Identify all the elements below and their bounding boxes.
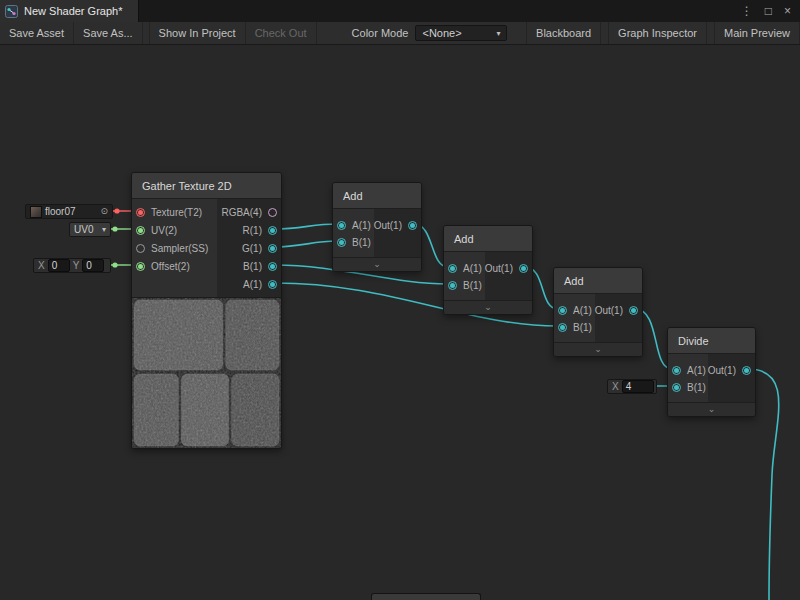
toolbar-right-group: Blackboard Graph Inspector Main Preview (519, 22, 800, 44)
port-out-g[interactable] (268, 244, 277, 253)
texture-thumbnail (30, 206, 42, 218)
node-preview[interactable] (132, 297, 281, 448)
x-axis-label: X (38, 260, 45, 271)
port-out[interactable] (519, 264, 528, 273)
color-mode-dropdown[interactable]: <None> ▾ (415, 25, 507, 41)
node-header[interactable]: Add (333, 183, 421, 209)
save-as-button[interactable]: Save As... (74, 22, 143, 44)
node-gather-texture-2d[interactable]: Gather Texture 2D Texture(T2) UV(2) Samp… (131, 172, 282, 449)
window-titlebar: New Shader Graph* ⋮ □ × (0, 0, 800, 22)
partial-node-bottom[interactable] (371, 593, 481, 600)
port-in-a[interactable] (337, 221, 346, 230)
save-asset-button[interactable]: Save Asset (0, 22, 74, 44)
port-label: UV(2) (151, 225, 177, 236)
port-label: B(1) (687, 382, 706, 393)
graph-tab[interactable]: New Shader Graph* (0, 0, 139, 22)
port-label: B(1) (243, 261, 262, 272)
offset-y-field[interactable]: 0 (82, 259, 104, 272)
port-label: A(1) (352, 220, 371, 231)
port-label: B(1) (573, 322, 592, 333)
color-mode-label: Color Mode (345, 22, 416, 44)
chevron-down-icon: ⌄ (484, 303, 492, 312)
port-label: Sampler(SS) (151, 243, 208, 254)
chevron-down-icon: ⌄ (594, 345, 602, 354)
preview-collapse-toggle[interactable]: ⌄ (333, 257, 421, 271)
port-label: Texture(T2) (151, 207, 202, 218)
close-icon[interactable]: × (784, 5, 791, 17)
port-in-uv[interactable] (136, 226, 145, 235)
texture-default-input[interactable]: floor07 ⊙ (25, 204, 113, 219)
port-out-b[interactable] (268, 262, 277, 271)
preview-collapse-toggle[interactable]: ⌄ (554, 342, 642, 356)
chevron-down-icon: ⌄ (708, 405, 716, 414)
chevron-down-icon: ▾ (102, 225, 106, 234)
graph-canvas[interactable] (0, 44, 800, 600)
port-label: RGBA(4) (221, 207, 262, 218)
port-label: Out(1) (708, 365, 736, 376)
shader-graph-icon (5, 5, 18, 18)
port-label: B(1) (352, 237, 371, 248)
main-preview-toggle[interactable]: Main Preview (714, 22, 800, 44)
y-axis-label: Y (73, 260, 80, 271)
check-out-button[interactable]: Check Out (246, 22, 317, 44)
graph-inspector-toggle[interactable]: Graph Inspector (608, 22, 707, 44)
texture-preview (132, 298, 281, 448)
divide-b-default-input: X 4 (607, 379, 657, 394)
node-header[interactable]: Add (444, 226, 532, 252)
port-label: Out(1) (374, 220, 402, 231)
node-title: Gather Texture 2D (142, 180, 232, 192)
port-label: A(1) (463, 263, 482, 274)
port-in-b[interactable] (337, 238, 346, 247)
port-in-texture[interactable] (136, 208, 145, 217)
maximize-icon[interactable]: □ (765, 5, 772, 17)
node-title: Add (343, 190, 363, 202)
tab-title: New Shader Graph* (24, 5, 122, 17)
port-label: Offset(2) (151, 261, 190, 272)
port-in-b[interactable] (448, 281, 457, 290)
blackboard-toggle[interactable]: Blackboard (526, 22, 601, 44)
port-in-a[interactable] (672, 366, 681, 375)
port-in-a[interactable] (558, 306, 567, 315)
port-in-offset[interactable] (136, 262, 145, 271)
node-header[interactable]: Divide (668, 328, 755, 354)
graph-toolbar: Save Asset Save As... Show In Project Ch… (0, 22, 800, 45)
color-mode-value: <None> (422, 27, 461, 39)
preview-collapse-toggle[interactable]: ⌄ (444, 300, 532, 314)
window-controls: ⋮ □ × (741, 0, 800, 22)
texture-name: floor07 (45, 206, 76, 217)
node-header[interactable]: Add (554, 268, 642, 294)
port-out-a[interactable] (268, 280, 277, 289)
node-title: Divide (678, 335, 709, 347)
node-add-2[interactable]: Add A(1) B(1) Out(1) ⌄ (443, 225, 533, 315)
preview-collapse-toggle[interactable]: ⌄ (668, 402, 755, 416)
object-picker-icon[interactable]: ⊙ (100, 207, 108, 216)
offset-default-input: X 0 Y 0 (33, 258, 111, 273)
node-divide[interactable]: Divide A(1) B(1) Out(1) ⌄ (667, 327, 756, 417)
port-out[interactable] (742, 366, 751, 375)
port-out-r[interactable] (268, 226, 277, 235)
port-in-sampler[interactable] (136, 244, 145, 253)
uv-channel-value: UV0 (74, 224, 93, 235)
port-label: Out(1) (485, 263, 513, 274)
chevron-down-icon: ⌄ (373, 260, 381, 269)
port-in-a[interactable] (448, 264, 457, 273)
offset-x-field[interactable]: 0 (48, 259, 70, 272)
divide-b-field[interactable]: 4 (622, 380, 654, 393)
port-in-b[interactable] (672, 383, 681, 392)
port-label: G(1) (242, 243, 262, 254)
node-add-3[interactable]: Add A(1) B(1) Out(1) ⌄ (553, 267, 643, 357)
port-out-rgba[interactable] (268, 208, 277, 217)
menu-icon[interactable]: ⋮ (741, 5, 753, 17)
port-label: B(1) (463, 280, 482, 291)
node-title: Add (564, 275, 584, 287)
port-out[interactable] (629, 306, 638, 315)
show-in-project-button[interactable]: Show In Project (149, 22, 246, 44)
port-in-b[interactable] (558, 323, 567, 332)
node-add-1[interactable]: Add A(1) B(1) Out(1) ⌄ (332, 182, 422, 272)
port-label: A(1) (243, 279, 262, 290)
node-title: Add (454, 233, 474, 245)
port-label: R(1) (243, 225, 262, 236)
port-out[interactable] (408, 221, 417, 230)
node-header[interactable]: Gather Texture 2D (132, 173, 281, 199)
uv-channel-dropdown[interactable]: UV0 ▾ (69, 222, 111, 237)
